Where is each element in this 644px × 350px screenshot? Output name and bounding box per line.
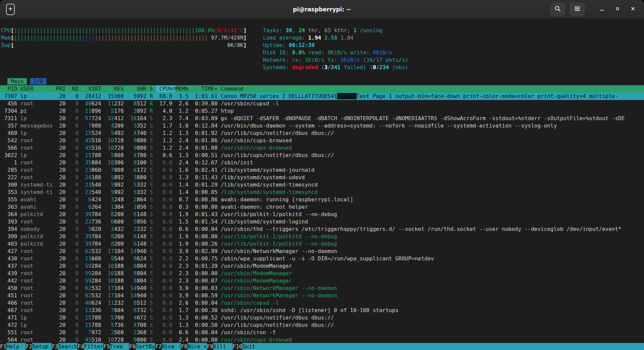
fkey-label-f9: F9	[207, 343, 213, 350]
window-title: pi@raspberrypi: ~	[0, 6, 644, 13]
maximize-icon	[615, 6, 620, 12]
window-controls	[550, 3, 639, 16]
uptime-line: Uptime: 00:12:39	[263, 42, 409, 49]
function-key-bar: F1Help F2Setup F3SearchF4FilterF5Tree F6…	[0, 343, 644, 350]
fkey-label-f10: F10	[233, 343, 243, 350]
network-line: Network: rx: 1KiB/s tx: 5KiB/s (16/17 pk…	[263, 56, 409, 64]
process-row-439[interactable]: 439 root 20 0 59284 10188 8804 S 0.0 2.3…	[0, 270, 644, 277]
process-row-364[interactable]: 364 polkitd 20 0 39784 8200 6148 S 0.0 1…	[0, 211, 644, 218]
process-row-403[interactable]: 403 polkitd 20 0 39784 8200 6148 S 0.0 1…	[0, 240, 644, 248]
process-row-437[interactable]: 437 root 20 0 59284 10188 8804 S 0.0 2.3…	[0, 262, 644, 270]
process-row-1[interactable]: 1 root 20 0 35884 10396 8100 S 0.0 2.4 0…	[0, 159, 644, 166]
process-row-300[interactable]: 300 systemd-ti 20 0 23540 5992 5332 S 0.…	[0, 181, 644, 189]
process-row-430[interactable]: 430 root 20 0 13608 9540 8624 S 0.0 2.2 …	[0, 255, 644, 262]
fkey-label-f2: F2	[26, 343, 32, 350]
disk-io-line: Disk IO: 0.0% read: 0KiB/s write: 0KiB/s	[263, 49, 409, 56]
tab-io[interactable]: I/O	[30, 78, 46, 85]
titlebar: pi@raspberrypi: ~	[0, 0, 644, 19]
fkey-tree[interactable]: Tree	[110, 343, 129, 350]
fkey-sortby[interactable]: SortBy	[136, 343, 155, 350]
fkey-nice-[interactable]: Nice +	[187, 343, 207, 350]
maximize-button[interactable]	[612, 4, 623, 15]
process-row-357[interactable]: 357 messagebus 20 0 7988 4200 3352 S 1.7…	[0, 122, 644, 130]
new-tab-button[interactable]	[6, 4, 15, 15]
sort-column-header-cpu[interactable]: CPU%▽	[156, 86, 175, 92]
mem-meter: Mem[||||||||||||||||||||||||||||||||||||…	[1, 34, 263, 42]
stats-column: Tasks: 39, 24 thr, 65 kthr; 1 runningLoa…	[263, 27, 409, 71]
meters-column: CPU[||||||||||||||||||||||||||||||||||||…	[1, 27, 263, 71]
fkey-setup[interactable]: Setup	[32, 343, 52, 350]
process-row-205[interactable]: 205 root 20 0 23860 7008 6172 S 0.0 1.6 …	[0, 166, 644, 174]
process-row-471[interactable]: 471 lp 20 0 15788 5700 4672 S 0.0 1.3 0:…	[0, 314, 644, 321]
process-row-394[interactable]: 394 nobody 20 0 5020 2432 2232 S 0.0 0.6…	[0, 226, 644, 233]
fkey-label-f3: F3	[52, 343, 58, 350]
search-button[interactable]	[550, 3, 566, 16]
screen-tabs: Main I/O	[1, 78, 46, 85]
fkey-label-f4: F4	[77, 343, 84, 350]
process-row-7304[interactable]: 7304 pi 20 0 11896 5176 3892 R 4.0 1.2 0…	[0, 107, 644, 115]
process-row-466[interactable]: 466 root 20 0 40624 11232 8512 S 0.0 2.6…	[0, 299, 644, 307]
search-icon	[554, 5, 561, 13]
fkey-label-f7: F7	[155, 343, 161, 350]
close-button[interactable]	[627, 4, 639, 15]
process-row-566[interactable]: 566 root 20 0 45516 10728 9080 S 1.2 2.4…	[0, 144, 644, 152]
process-row-472[interactable]: 472 lp 20 0 15788 5736 4708 S 0.0 1.3 0:…	[0, 321, 644, 329]
process-row-542[interactable]: 542 root 20 0 45516 10728 9080 S 1.2 2.4…	[0, 137, 644, 144]
table-header-row[interactable]: PID USER PRI NI VIRT RES SHR S CPU%▽MEM%…	[0, 85, 644, 93]
fkey-quit[interactable]: Quit	[242, 343, 644, 350]
terminal-window: pi@raspberrypi: ~	[0, 0, 644, 350]
fkey-help[interactable]: Help	[6, 343, 26, 350]
fkey-label-f8: F8	[181, 343, 187, 350]
tab-main[interactable]: Main	[7, 78, 27, 85]
fkey-filter[interactable]: Filter	[84, 343, 103, 350]
process-row-353[interactable]: 353 systemd-ti 20 0 23540 5992 5332 S 0.…	[0, 189, 644, 196]
fkey-label-f5: F5	[103, 343, 110, 350]
process-row-427[interactable]: 427 root 20 0 62532 17104 14940 S 0.0 3.…	[0, 248, 644, 255]
htop-screen[interactable]: CPU[||||||||||||||||||||||||||||||||||||…	[0, 19, 644, 350]
process-row-7307[interactable]: 7307 lp 20 0 28412 15368 5992 R 68.8 3.5…	[0, 93, 644, 100]
minimize-button[interactable]	[596, 4, 608, 15]
plus-icon	[8, 6, 13, 12]
close-icon	[630, 6, 636, 12]
fkey-kill[interactable]: Kill	[213, 343, 233, 350]
htop-header-block: CPU[||||||||||||||||||||||||||||||||||||…	[1, 27, 644, 71]
process-row-393[interactable]: 393 root 20 0 22736 6600 5856 S 0.0 1.5 …	[0, 218, 644, 226]
process-row-355[interactable]: 355 avahi 20 0 6424 3248 2864 S 0.0 0.7 …	[0, 196, 644, 203]
process-row-222[interactable]: 222 root 20 0 24188 5892 3880 S 0.0 1.3 …	[0, 174, 644, 181]
systemd-line: Systemd: degraded (3/341 failed) (0/234 …	[263, 64, 409, 71]
cpu-meter: CPU[||||||||||||||||||||||||||||||||||||…	[1, 27, 263, 34]
fkey-label-f6: F6	[129, 343, 136, 350]
menu-button[interactable]	[570, 3, 585, 16]
process-row-442[interactable]: 442 root 20 0 59284 10188 8804 S 0.0 2.3…	[0, 277, 644, 285]
tasks-line: Tasks: 39, 24 thr, 65 kthr; 1 running	[263, 27, 409, 34]
load-average-line: Load average: 1.94 2.58 1.84	[263, 34, 409, 42]
process-row-3022[interactable]: 3022 lp 20 0 15788 5808 4780 S 0.6 1.3 0…	[0, 152, 644, 159]
minimize-icon	[599, 6, 605, 12]
process-row-467[interactable]: 467 root 20 0 13336 7604 6732 S 0.0 1.7 …	[0, 307, 644, 314]
process-row-399[interactable]: 399 polkitd 20 0 39784 8200 6148 S 0.0 1…	[0, 233, 644, 240]
fkey-label-f1: F1	[0, 343, 6, 350]
process-row-363[interactable]: 363 avahi 20 0 6264 1304 1056 S 0.0 0.3 …	[0, 203, 644, 211]
process-row-564[interactable]: 564 root 20 0 45516 10728 9080 S 0.0 2.4…	[0, 336, 644, 344]
process-row-450[interactable]: 450 root 20 0 62532 17104 14940 S 0.0 3.…	[0, 285, 644, 292]
fkey-search[interactable]: Search	[58, 343, 77, 350]
fkey-nice-[interactable]: Nice -	[162, 343, 181, 350]
process-row-469[interactable]: 469 lp 20 0 15524 5492 4740 S 1.2 1.3 0:…	[0, 130, 644, 137]
hamburger-icon	[574, 5, 581, 13]
process-row-7311[interactable]: 7311 lp 20 0 57724 32412 16164 S 2.3 7.4…	[0, 115, 644, 122]
process-row-451[interactable]: 451 root 20 0 62532 17104 14940 S 0.0 3.…	[0, 292, 644, 299]
process-row-551[interactable]: 551 root 20 0 7972 2560 2368 S 0.0 0.6 0…	[0, 329, 644, 336]
swp-meter: Swp[ 0K/0K]	[1, 42, 263, 49]
process-table: 7307 lp 20 0 28412 15368 5992 R 68.8 3.5…	[0, 93, 644, 344]
process-row-456[interactable]: 456 root 20 0 40624 11232 8512 R 17.9 2.…	[0, 100, 644, 107]
